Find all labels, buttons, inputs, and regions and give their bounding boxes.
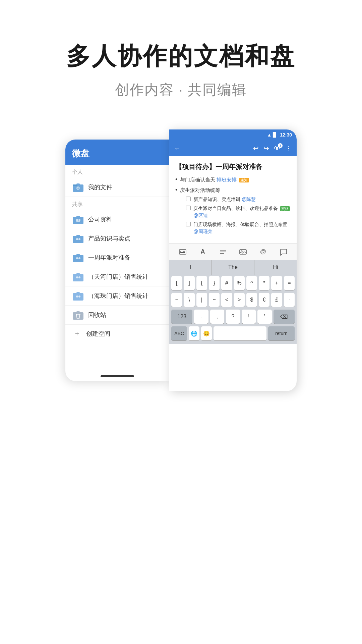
file-item-tianhe[interactable]: （天河门店）销售统计 (65, 267, 169, 286)
kb-key-pipe[interactable]: | (196, 293, 207, 307)
create-space-item[interactable]: + 创建空间 (65, 325, 169, 343)
kb-row-1: [ ] { } # % ^ * + = (169, 275, 297, 291)
kb-key-percent[interactable]: % (234, 276, 245, 290)
file-item-trash-label: 回收站 (88, 311, 106, 319)
kb-key-backslash[interactable]: \ (184, 293, 194, 307)
svg-rect-22 (73, 293, 83, 301)
kb-key-dollar[interactable]: $ (246, 293, 257, 307)
kb-key-question[interactable]: ? (226, 310, 240, 324)
kb-key-tilde[interactable]: ~ (209, 293, 220, 307)
kb-row-3: 123 . , ? ! ' ⌫ (169, 308, 297, 325)
file-item-myfiles[interactable]: 我的文件 (65, 178, 169, 197)
file-item-tianhe-label: （天河门店）销售统计 (88, 273, 148, 281)
svg-point-21 (78, 276, 80, 278)
svg-rect-31 (182, 251, 182, 252)
svg-rect-10 (73, 236, 83, 243)
checkbox-item-2: 庆生派对当日食品、饮料、欢迎礼品准备 蜜格 @区迪 (186, 205, 291, 219)
kb-key-lbracket[interactable]: [ (171, 276, 182, 290)
svg-rect-32 (183, 251, 184, 252)
kb-key-equals[interactable]: = (284, 276, 295, 290)
link-chenhuei[interactable]: @陈慧 (242, 197, 256, 202)
suggestion-i[interactable]: I (169, 260, 212, 275)
svg-point-25 (78, 296, 80, 298)
checkbox-text-3: 门店现场横幅、海报、体验展台、拍照点布置 @周瑾荣 (193, 221, 291, 235)
kb-key-rbrace[interactable]: } (209, 276, 220, 290)
kb-key-comma[interactable]: , (210, 310, 224, 324)
hero-title: 多人协作的文档和盘 (0, 40, 362, 72)
svg-rect-30 (180, 251, 181, 252)
file-item-anniversary[interactable]: 一周年派对准备 (65, 248, 169, 267)
kb-key-dot[interactable]: · (284, 293, 295, 307)
shared-folder-icon-4 (72, 290, 84, 302)
suggestion-hi[interactable]: Hi (254, 260, 297, 275)
kb-key-space[interactable] (214, 326, 266, 340)
hero-section: 多人协作的文档和盘 创作内容 · 共同编辑 (0, 0, 362, 119)
kb-key-minus[interactable]: − (171, 293, 182, 307)
kb-key-exclamation[interactable]: ! (242, 310, 256, 324)
file-item-product-label: 产品知识与卖点 (88, 234, 130, 243)
kb-key-emoji[interactable]: 😊 (201, 326, 212, 340)
keyboard-icon[interactable] (177, 246, 189, 258)
doc-title: 【项目待办】一周年派对准备 (175, 162, 291, 171)
kb-key-lt[interactable]: < (221, 293, 232, 307)
kb-key-hash[interactable]: # (221, 276, 232, 290)
redo-icon[interactable]: ↪ (263, 144, 269, 152)
kb-key-asterisk[interactable]: * (259, 276, 269, 290)
comment-icon[interactable] (277, 246, 289, 258)
file-item-haizhu-label: （海珠门店）销售统计 (88, 292, 148, 300)
checkbox-item-1: 新产品知识、卖点培训 @陈慧 (186, 196, 291, 203)
file-item-trash[interactable]: 回收站 (65, 306, 169, 325)
hero-subtitle: 创作内容 · 共同编辑 (0, 80, 362, 99)
home-indicator (101, 375, 134, 377)
kb-key-123[interactable]: 123 (171, 310, 192, 324)
kb-key-pound[interactable]: £ (271, 293, 282, 307)
checkbox-box-2[interactable] (186, 206, 191, 210)
svg-point-17 (78, 257, 80, 259)
at-icon[interactable]: @ (257, 246, 269, 258)
kb-key-return[interactable]: return (268, 326, 295, 340)
left-phone-header: 微盘 (65, 140, 169, 165)
kb-key-globe[interactable]: 🌐 (189, 326, 199, 340)
toolbar-left: ← (174, 145, 181, 152)
create-space-label: 创建空间 (86, 330, 110, 338)
more-icon[interactable]: ⋮ (285, 144, 292, 152)
bullet1-link[interactable]: 排班安排 (217, 177, 237, 182)
checkbox-box-3[interactable] (186, 222, 191, 226)
status-bar: ▲ ▉ 12:30 (169, 129, 297, 140)
svg-rect-2 (76, 183, 80, 185)
checkbox-box-1[interactable] (186, 197, 191, 201)
right-phone: ▲ ▉ 12:30 ← ↩ ↪ 👁 3 ⋮ 【项目待办】一周年派对准备 (169, 129, 297, 391)
undo-icon[interactable]: ↩ (253, 144, 259, 152)
kb-key-gt[interactable]: > (234, 293, 245, 307)
bullet2-text: 庆生派对活动统筹 (180, 187, 220, 193)
file-item-haizhu[interactable]: （海珠门店）销售统计 (65, 286, 169, 306)
kb-key-apostrophe[interactable]: ' (257, 310, 272, 324)
kb-key-rbracket[interactable]: ] (184, 276, 194, 290)
back-icon[interactable]: ← (174, 145, 181, 152)
svg-rect-38 (240, 250, 246, 254)
image-icon[interactable] (237, 246, 249, 258)
kb-key-lbrace[interactable]: { (196, 276, 207, 290)
link-qudi[interactable]: @区迪 (193, 213, 207, 218)
list-icon[interactable] (217, 246, 229, 258)
svg-rect-14 (73, 255, 83, 262)
personal-folder-icon (72, 181, 84, 193)
bullet-text-2: 庆生派对活动统筹 新产品知识、卖点培训 @陈慧 庆生派对当日食品 (180, 186, 291, 237)
file-item-product[interactable]: 产品知识与卖点 (65, 229, 169, 248)
kb-key-caret[interactable]: ^ (246, 276, 257, 290)
file-item-myfiles-label: 我的文件 (88, 183, 112, 191)
kb-key-abc[interactable]: ABC (171, 326, 187, 340)
format-bar: A @ (169, 243, 297, 260)
signal-icon: ▲ ▉ (267, 132, 277, 138)
kb-key-euro[interactable]: € (259, 293, 269, 307)
checkbox-item-3: 门店现场横幅、海报、体验展台、拍照点布置 @周瑾荣 (186, 221, 291, 235)
suggestion-the[interactable]: The (212, 260, 254, 275)
link-zhoujinrong[interactable]: @周瑾荣 (193, 229, 212, 234)
font-icon[interactable]: A (197, 246, 209, 258)
keyboard-suggestions: I The Hi (169, 260, 297, 275)
kb-key-plus[interactable]: + (271, 276, 282, 290)
viewers-icon[interactable]: 👁 3 (274, 145, 281, 152)
kb-key-delete[interactable]: ⌫ (274, 310, 295, 324)
kb-key-period[interactable]: . (194, 310, 208, 324)
file-item-company[interactable]: 公司资料 (65, 210, 169, 229)
